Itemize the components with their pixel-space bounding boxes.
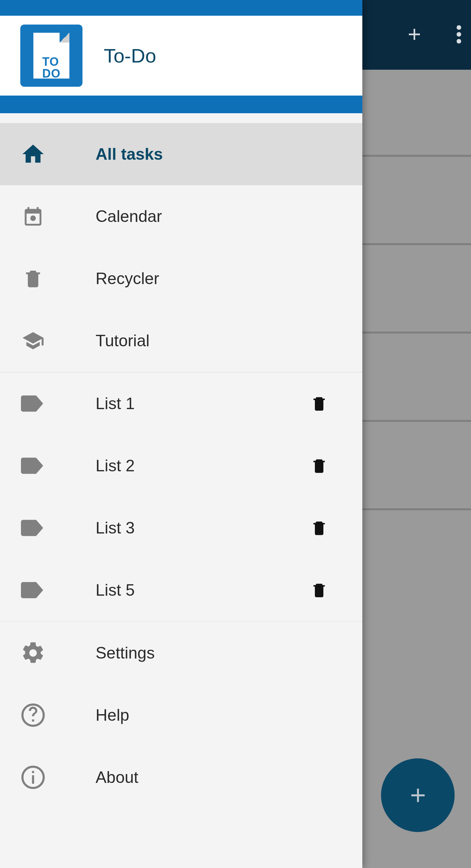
nav-item-label: Recycler bbox=[96, 269, 342, 288]
nav-item-label: List 5 bbox=[96, 581, 259, 599]
delete-list-icon[interactable] bbox=[309, 517, 329, 539]
drawer-accent-bottom bbox=[0, 96, 362, 113]
drawer-header: TO DO To-Do bbox=[0, 16, 362, 96]
nav-item-label: Calendar bbox=[96, 207, 342, 226]
nav-item-label: About bbox=[96, 768, 342, 787]
nav-item-settings[interactable]: Settings bbox=[0, 622, 362, 684]
drawer-accent-top bbox=[0, 0, 362, 16]
divider-line bbox=[362, 508, 471, 510]
delete-list-icon[interactable] bbox=[309, 454, 329, 477]
nav-item-label: Tutorial bbox=[96, 331, 342, 350]
app-logo-icon: TO DO bbox=[20, 25, 83, 87]
svg-point-1 bbox=[457, 32, 461, 37]
nav-item-label: List 2 bbox=[96, 456, 259, 475]
svg-point-0 bbox=[457, 25, 461, 30]
primary-nav-section: All tasks Calendar Recycler Tutorial bbox=[0, 123, 362, 372]
svg-point-2 bbox=[457, 39, 461, 43]
divider-line bbox=[362, 155, 471, 157]
nav-item-tutorial[interactable]: Tutorial bbox=[0, 310, 362, 372]
delete-list-icon[interactable] bbox=[309, 392, 329, 415]
label-icon bbox=[20, 515, 46, 541]
more-vert-icon[interactable] bbox=[457, 25, 461, 45]
add-icon[interactable] bbox=[405, 25, 424, 45]
label-icon bbox=[20, 391, 46, 416]
home-icon bbox=[20, 142, 46, 167]
fab-add-button[interactable] bbox=[381, 758, 454, 832]
nav-item-list-2[interactable]: List 2 bbox=[0, 435, 362, 497]
info-icon bbox=[20, 765, 46, 790]
nav-item-label: List 3 bbox=[96, 519, 259, 537]
delete-list-icon[interactable] bbox=[309, 579, 329, 601]
divider-line bbox=[362, 420, 471, 422]
app-title: To-Do bbox=[104, 44, 156, 67]
nav-item-label: Help bbox=[96, 706, 342, 725]
nav-item-list-5[interactable]: List 5 bbox=[0, 559, 362, 621]
nav-item-label: List 1 bbox=[96, 394, 259, 413]
navigation-drawer: TO DO To-Do All tasks Calendar Recycler … bbox=[0, 0, 362, 868]
nav-item-label: All tasks bbox=[96, 145, 342, 164]
nav-item-recycler[interactable]: Recycler bbox=[0, 247, 362, 310]
nav-item-list-3[interactable]: List 3 bbox=[0, 497, 362, 559]
gear-icon bbox=[20, 640, 46, 666]
label-icon bbox=[20, 577, 46, 603]
nav-item-list-1[interactable]: List 1 bbox=[0, 372, 362, 435]
nav-item-all-tasks[interactable]: All tasks bbox=[0, 123, 362, 185]
lists-nav-section: List 1 List 2 List 3 List 5 bbox=[0, 372, 362, 621]
nav-item-calendar[interactable]: Calendar bbox=[0, 185, 362, 247]
label-icon bbox=[20, 453, 46, 478]
footer-nav-section: Settings Help About bbox=[0, 621, 362, 808]
school-icon bbox=[20, 328, 46, 353]
nav-item-about[interactable]: About bbox=[0, 746, 362, 808]
help-icon bbox=[20, 703, 46, 728]
divider-line bbox=[362, 243, 471, 245]
calendar-icon bbox=[20, 204, 46, 229]
divider-line bbox=[362, 332, 471, 334]
trash-icon bbox=[20, 266, 46, 291]
nav-item-label: Settings bbox=[96, 644, 342, 662]
nav-item-help[interactable]: Help bbox=[0, 684, 362, 746]
